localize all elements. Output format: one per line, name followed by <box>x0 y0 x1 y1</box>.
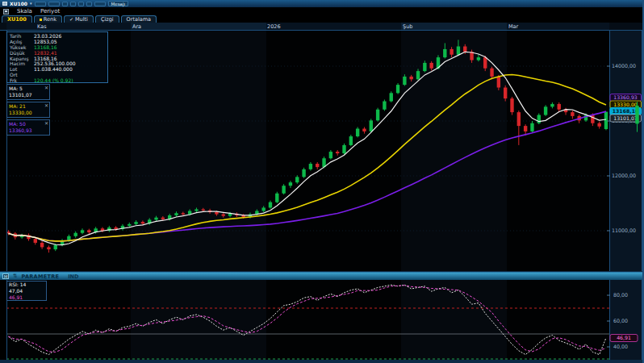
svg-text:13360,93: 13360,93 <box>613 94 638 100</box>
menu-item-skala[interactable]: Skala <box>17 8 32 15</box>
check-icon: ✓ <box>69 16 73 23</box>
ma50-legend-chip[interactable]: MA: 50 13360,93 ✕ <box>6 119 50 136</box>
month-label: Mar <box>508 23 518 30</box>
info-value: 11.038.440.000 <box>34 66 73 72</box>
indicator-mode-button[interactable]: M <box>2 273 9 279</box>
svg-text:40,00: 40,00 <box>613 344 628 349</box>
menu-bar: Skala Periyot <box>0 7 644 15</box>
month-label: 2026 <box>267 23 281 30</box>
ma-label: MA: 5 <box>9 86 48 92</box>
tab-multi[interactable]: ✓ Multi <box>64 15 94 23</box>
svg-text:13101,07: 13101,07 <box>613 115 638 121</box>
date-axis-strip[interactable]: KasAra2026ŞubMar <box>0 23 644 31</box>
tab-renk[interactable]: Renk <box>34 15 62 23</box>
indicator-parameters-button[interactable]: PARAMETRE <box>21 273 59 280</box>
ma-value: 13101,07 <box>9 92 48 98</box>
rsi-indicator-chart[interactable]: 80,0060,0040,0046,91 <box>0 280 644 360</box>
save-window-icon[interactable] <box>3 9 9 15</box>
tab-label: XU100 <box>7 16 27 23</box>
tab-label: Multi <box>75 16 88 23</box>
toolbar-button[interactable] <box>35 2 46 6</box>
toolbar-button[interactable] <box>94 2 106 6</box>
rsi-signal-value: 46,91 <box>9 294 44 301</box>
price-axis[interactable]: 14000,0013000,0012000,0011000,0013360,93… <box>607 31 644 272</box>
ma21-legend-chip[interactable]: MA: 21 13330,00 ✕ <box>6 102 50 118</box>
date-axis-section <box>507 23 609 30</box>
rsi-value: 47,04 <box>9 288 44 294</box>
toolbar-button[interactable] <box>48 2 60 6</box>
date-axis-section <box>131 23 266 30</box>
close-icon[interactable]: ✕ <box>44 120 48 126</box>
chart-application-window: { "title_bar": { "symbol": "XU100", "car… <box>0 0 644 363</box>
svg-text:80,00: 80,00 <box>613 292 628 298</box>
svg-text:13330,00: 13330,00 <box>613 102 638 107</box>
date-axis-section <box>401 23 507 30</box>
menu-item-periyot[interactable]: Periyot <box>40 8 60 15</box>
month-label: Ara <box>132 23 141 30</box>
tab-label: Çizgi <box>101 16 114 23</box>
rsi-axis[interactable]: 80,0060,0040,0046,91 <box>607 280 644 360</box>
month-label: Şub <box>403 23 412 30</box>
date-axis-section <box>6 23 131 30</box>
info-label: Frk <box>10 77 34 83</box>
toolbar-button[interactable] <box>70 2 76 6</box>
toolbar-button[interactable] <box>62 2 68 6</box>
symbol-title: XU100 <box>10 2 27 6</box>
color-swatch-icon <box>40 19 42 21</box>
close-icon[interactable]: ✕ <box>44 85 48 90</box>
svg-text:13168,16: 13168,16 <box>613 108 639 114</box>
ma-value: 13360,93 <box>9 127 48 134</box>
window-title-bar: XU100 ▾ Mesajı <box>0 0 644 7</box>
rsi-name: RSI: 14 <box>9 282 44 288</box>
info-value-change: 120,44 (% 0,92) <box>34 77 73 83</box>
ma-value: 13330,00 <box>9 110 48 116</box>
rsi-legend-chip[interactable]: RSI: 14 47,04 46,91 <box>6 281 47 301</box>
svg-text:11000,00: 11000,00 <box>612 227 636 233</box>
toolbar-button[interactable] <box>78 2 84 6</box>
indicator-panel-header: M ⇅ PARAMETRE IND <box>0 272 644 280</box>
close-icon[interactable]: ✕ <box>44 102 48 108</box>
tab-cizgi[interactable]: Çizgi <box>95 15 119 23</box>
tab-ortalama[interactable]: Ortalama <box>121 15 157 23</box>
ma5-legend-chip[interactable]: MA: 5 13101,07 ✕ <box>6 84 50 100</box>
month-label: Kas <box>37 23 47 30</box>
messages-button[interactable]: Mesajı <box>108 1 128 6</box>
ohlc-info-panel: Tarih23.03.2026 Açılış12853,05 Yüksek131… <box>6 31 108 83</box>
move-panel-icon[interactable]: ⇅ <box>13 273 17 279</box>
svg-text:14000,00: 14000,00 <box>612 63 636 69</box>
toolbar-button[interactable] <box>86 2 92 6</box>
tab-bar: XU100 Renk ✓ Multi Çizgi Ortalama <box>0 15 644 23</box>
ma-label: MA: 21 <box>9 103 48 110</box>
bottom-frame <box>0 360 644 363</box>
svg-text:46,91: 46,91 <box>617 335 631 340</box>
svg-text:60,00: 60,00 <box>613 318 628 323</box>
symbol-dropdown-caret-icon[interactable]: ▾ <box>30 2 32 6</box>
date-axis-section <box>266 23 401 30</box>
tab-label: Ortalama <box>127 16 151 23</box>
ma-label: MA: 50 <box>9 121 48 127</box>
app-icon <box>2 2 7 6</box>
indicator-label: IND <box>68 273 78 280</box>
svg-text:12000,00: 12000,00 <box>612 173 636 178</box>
month-bands <box>6 280 610 360</box>
tab-symbol[interactable]: XU100 <box>2 15 32 23</box>
tab-label: Renk <box>44 16 56 23</box>
